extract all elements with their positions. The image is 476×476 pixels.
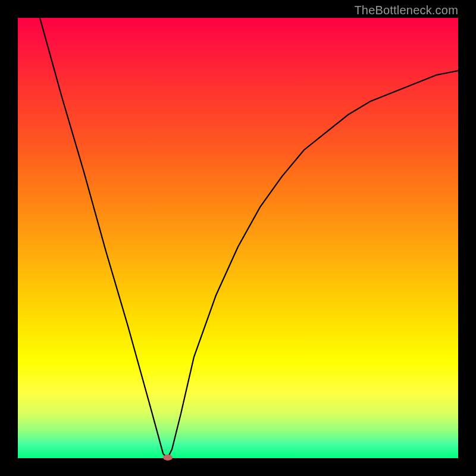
chart-container: TheBottleneck.com — [0, 0, 476, 476]
plot-area — [18, 18, 458, 458]
optimal-point-marker — [163, 455, 173, 461]
watermark-text: TheBottleneck.com — [354, 4, 458, 17]
curve-svg — [18, 18, 458, 458]
bottleneck-curve — [18, 18, 458, 458]
